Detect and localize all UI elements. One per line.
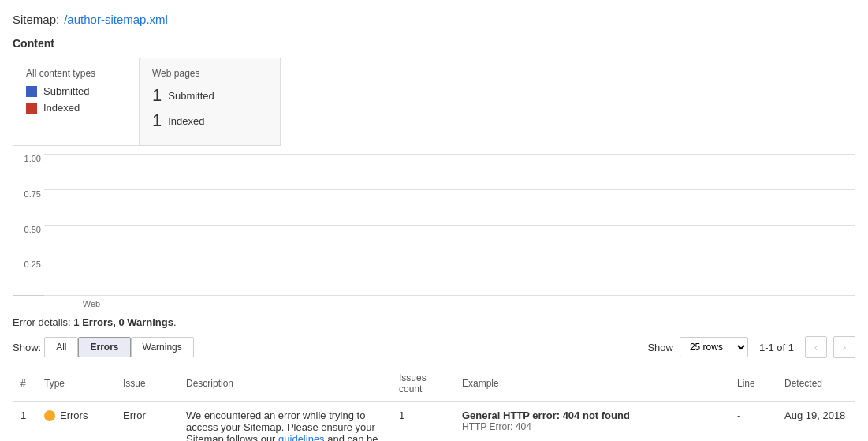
- col-description: Description: [178, 366, 391, 402]
- bars-group: [44, 154, 139, 295]
- pagination-area: Show 25 rows 50 rows 100 rows 1-1 of 1 ‹…: [647, 336, 855, 358]
- chart-inner: [44, 154, 855, 295]
- legend-item-indexed: Indexed: [26, 102, 126, 114]
- next-page-button[interactable]: ›: [833, 336, 855, 358]
- table-row: 1 Errors Error We encountered an error w…: [13, 402, 855, 442]
- tooltip-submitted-num: 1: [152, 85, 162, 106]
- tooltip-box: Web pages 1 Submitted 1 Indexed: [139, 58, 281, 146]
- row-example: General HTTP error: 404 not found HTTP E…: [454, 402, 729, 442]
- row-issues-count: 1: [391, 402, 454, 442]
- filter-errors-button[interactable]: Errors: [78, 337, 130, 357]
- tooltip-indexed-num: 1: [152, 110, 162, 131]
- y-label-100: 1.00: [13, 154, 41, 163]
- indexed-label: Indexed: [43, 102, 80, 114]
- show-rows-label: Show: [647, 342, 673, 353]
- filter-all-button[interactable]: All: [44, 337, 78, 357]
- type-text: Errors: [60, 409, 88, 421]
- error-summary-text: Error details: 1 Errors, 0 Warnings.: [13, 316, 177, 328]
- tooltip-submitted-row: 1 Submitted: [152, 85, 267, 106]
- chart-container: 1.00 0.75 0.50 0.25: [13, 154, 855, 296]
- sitemap-label: Sitemap:: [13, 13, 59, 26]
- row-detected: Aug 19, 2018: [777, 402, 855, 442]
- col-line: Line: [729, 366, 777, 402]
- submitted-label: Submitted: [43, 85, 90, 97]
- guidelines-link[interactable]: guidelines: [278, 433, 325, 441]
- rows-select[interactable]: 25 rows 50 rows 100 rows: [680, 337, 748, 357]
- show-label: Show:: [13, 342, 41, 353]
- y-axis: 1.00 0.75 0.50 0.25: [13, 154, 41, 295]
- row-num: 1: [13, 402, 36, 442]
- tooltip-category: Web pages: [152, 68, 267, 79]
- legend-item-submitted: Submitted: [26, 85, 126, 97]
- col-issues-count: Issues count: [391, 366, 454, 402]
- filter-section: Show: All Errors Warnings: [13, 337, 194, 357]
- error-details: Error details: 1 Errors, 0 Warnings. Sho…: [13, 316, 855, 441]
- tooltip-indexed-label: Indexed: [168, 115, 204, 127]
- col-example: Example: [454, 366, 729, 402]
- warning-dot: [44, 410, 55, 421]
- row-description: We encountered an error while trying to …: [178, 402, 391, 442]
- x-labels: Web: [13, 299, 855, 308]
- indexed-color-box: [26, 103, 37, 114]
- filter-warnings-button[interactable]: Warnings: [131, 337, 194, 357]
- col-num: #: [13, 366, 36, 402]
- tooltip-indexed-row: 1 Indexed: [152, 110, 267, 131]
- col-issue: Issue: [115, 366, 178, 402]
- col-detected: Detected: [777, 366, 855, 402]
- section-title: Content: [13, 37, 855, 50]
- example-sub: HTTP Error: 404: [462, 421, 721, 432]
- legend-box: All content types Submitted Indexed: [13, 58, 139, 146]
- y-label-75: 0.75: [13, 189, 41, 199]
- content-area: All content types Submitted Indexed Web …: [13, 58, 855, 146]
- errors-table: # Type Issue Description Issues count Ex…: [13, 366, 855, 441]
- legend-title: All content types: [26, 68, 126, 79]
- page-info: 1-1 of 1: [759, 342, 794, 353]
- chart-area: 1.00 0.75 0.50 0.25 Web: [13, 154, 855, 308]
- y-label-25: 0.25: [13, 260, 41, 269]
- error-summary: Error details: 1 Errors, 0 Warnings.: [13, 316, 855, 328]
- sitemap-header: Sitemap: /author-sitemap.xml: [13, 13, 855, 26]
- submitted-color-box: [26, 86, 37, 97]
- sitemap-link[interactable]: /author-sitemap.xml: [64, 13, 168, 26]
- tooltip-submitted-label: Submitted: [168, 90, 214, 102]
- row-line: -: [729, 402, 777, 442]
- example-title: General HTTP error: 404 not found: [462, 409, 721, 421]
- row-type: Errors: [36, 402, 115, 442]
- y-label-50: 0.50: [13, 225, 41, 234]
- col-type: Type: [36, 366, 115, 402]
- row-issue: Error: [115, 402, 178, 442]
- x-label-web: Web: [44, 299, 139, 308]
- prev-page-button[interactable]: ‹: [805, 336, 827, 358]
